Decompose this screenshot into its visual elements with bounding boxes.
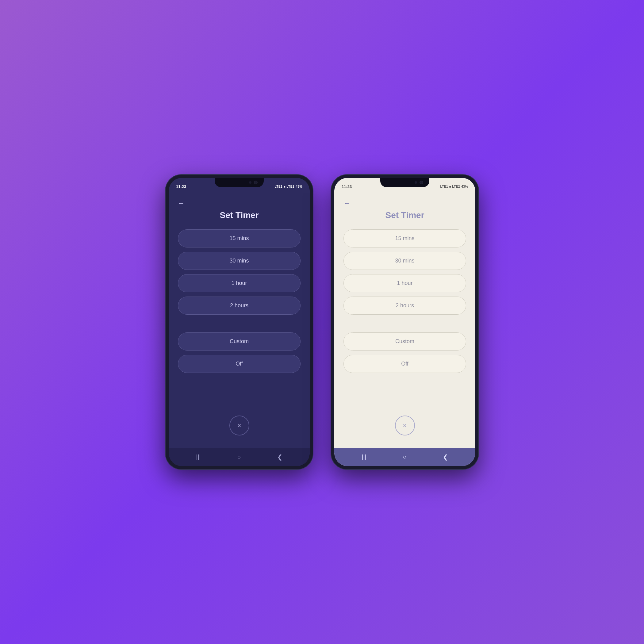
notch bbox=[215, 178, 264, 187]
timer-options-light: 15 mins 30 mins 1 hour 2 hours Custom Of… bbox=[343, 229, 466, 409]
dark-phone: 11:23 LTE1 ■ LTE2 43% ← Set Timer 15 min… bbox=[166, 175, 313, 469]
page-title-dark: Set Timer bbox=[178, 210, 301, 220]
nav-bar-light: ||| ○ ❮ bbox=[334, 448, 475, 466]
notch-light bbox=[380, 178, 429, 187]
back-button-light[interactable]: ← bbox=[343, 199, 350, 207]
status-time: 11:23 bbox=[176, 184, 186, 189]
battery-text: 43% bbox=[296, 185, 302, 188]
camera-light bbox=[420, 181, 423, 184]
close-button-dark[interactable]: × bbox=[229, 416, 249, 435]
status-time-light: 11:23 bbox=[342, 184, 352, 189]
nav-recents-dark[interactable]: ||| bbox=[196, 454, 201, 461]
nav-home-light[interactable]: ○ bbox=[403, 454, 406, 461]
nav-home-dark[interactable]: ○ bbox=[237, 454, 241, 461]
camera bbox=[254, 181, 258, 184]
timer-options-dark: 15 mins 30 mins 1 hour 2 hours Custom Of… bbox=[178, 229, 301, 409]
signal-text-light: LTE1 ■ LTE2 bbox=[440, 185, 460, 188]
speaker-light bbox=[415, 181, 417, 184]
gap-dark bbox=[178, 319, 301, 328]
option-15mins-dark[interactable]: 15 mins bbox=[178, 229, 301, 247]
battery-text-light: 43% bbox=[461, 185, 468, 188]
status-icons-light: LTE1 ■ LTE2 43% bbox=[440, 185, 468, 188]
gap-light bbox=[343, 319, 466, 328]
option-15mins-light[interactable]: 15 mins bbox=[343, 229, 466, 247]
close-button-light[interactable]: × bbox=[395, 416, 415, 435]
status-icons: LTE1 ■ LTE2 43% bbox=[274, 185, 302, 188]
option-30mins-light[interactable]: 30 mins bbox=[343, 252, 466, 270]
app-content-dark: ← Set Timer 15 mins 30 mins 1 hour 2 hou… bbox=[169, 193, 310, 448]
option-30mins-dark[interactable]: 30 mins bbox=[178, 252, 301, 270]
close-btn-area-dark: × bbox=[178, 409, 301, 442]
option-2hours-light[interactable]: 2 hours bbox=[343, 297, 466, 315]
option-custom-dark[interactable]: Custom bbox=[178, 332, 301, 351]
option-off-light[interactable]: Off bbox=[343, 355, 466, 373]
nav-recents-light[interactable]: ||| bbox=[362, 454, 366, 461]
nav-back-light[interactable]: ❮ bbox=[443, 453, 448, 461]
speaker bbox=[249, 181, 251, 184]
option-2hours-dark[interactable]: 2 hours bbox=[178, 297, 301, 315]
signal-text: LTE1 ■ LTE2 bbox=[274, 185, 294, 188]
option-1hour-dark[interactable]: 1 hour bbox=[178, 274, 301, 292]
app-content-light: ← Set Timer 15 mins 30 mins 1 hour 2 hou… bbox=[334, 193, 475, 448]
light-phone: 11:23 LTE1 ■ LTE2 43% ← Set Timer 15 min… bbox=[331, 175, 478, 469]
option-off-dark[interactable]: Off bbox=[178, 355, 301, 373]
page-title-light: Set Timer bbox=[343, 210, 466, 220]
back-button-dark[interactable]: ← bbox=[178, 199, 185, 207]
option-custom-light[interactable]: Custom bbox=[343, 332, 466, 351]
nav-back-dark[interactable]: ❮ bbox=[277, 453, 282, 461]
option-1hour-light[interactable]: 1 hour bbox=[343, 274, 466, 292]
close-btn-area-light: × bbox=[343, 409, 466, 442]
nav-bar-dark: ||| ○ ❮ bbox=[169, 448, 310, 466]
